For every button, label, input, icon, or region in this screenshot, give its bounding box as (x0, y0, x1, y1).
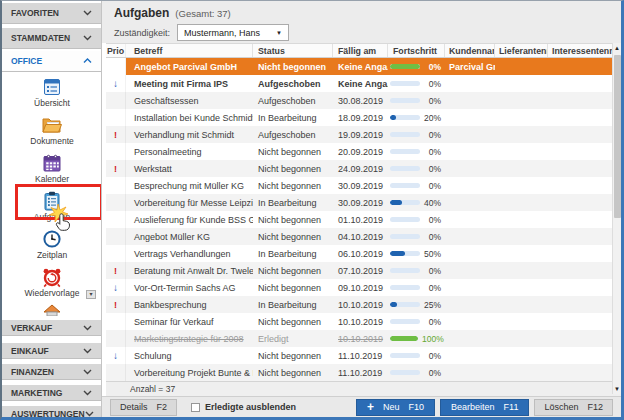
button-shortcut: F12 (587, 402, 603, 412)
task-row[interactable]: Marketingstrategie für 2008Erledigt10.10… (106, 330, 621, 347)
sidebar-item-kalender[interactable]: Kalender (2, 153, 102, 184)
task-row[interactable]: !Angebot Parcival GmbHNicht begonnenKein… (106, 58, 621, 75)
task-status: Nicht begonnen (253, 211, 333, 228)
task-status: Nicht begonnen (253, 364, 333, 381)
task-customer (445, 228, 495, 245)
sidebar-section-auswertungen[interactable]: AUSWERTUNGEN (2, 406, 101, 417)
delete-button[interactable]: Löschen F12 (534, 399, 613, 416)
sidebar-item-label: Dokumente (30, 136, 73, 146)
task-row[interactable]: !Verhandlung mit SchmidtAufgeschoben19.0… (106, 126, 621, 143)
task-row[interactable]: Auslieferung für Kunde BSS GmbHNicht beg… (106, 211, 621, 228)
task-row[interactable]: ↓Meeting mit Firma IPSAufgeschobenKeine … (106, 75, 621, 92)
section-label: FAVORITEN (11, 8, 59, 18)
sidebar-item-label: Aufgaben (34, 212, 70, 222)
task-row[interactable]: !BankbesprechungIn Bearbeitung10.10.2019… (106, 296, 621, 313)
app-window: FAVORITEN STAMMDATEN OFFICE Übersicht Do… (0, 0, 624, 420)
task-row[interactable]: Vorbereitung für Messe LeipzigIn Bearbei… (106, 194, 621, 211)
task-row[interactable]: GeschäftsessenAufgeschoben30.08.20190% (106, 92, 621, 109)
sidebar-section-marketing[interactable]: MARKETING (2, 385, 101, 401)
scroll-up-icon[interactable]: ▲ (614, 43, 620, 53)
task-prospect (548, 194, 612, 211)
task-prospect (548, 177, 612, 194)
task-progress: 0% (388, 211, 445, 228)
progress-percent: 0% (424, 79, 441, 89)
details-button[interactable]: Details F2 (110, 399, 177, 416)
button-shortcut: F10 (409, 402, 425, 412)
sidebar-item-uebersicht[interactable]: Übersicht (2, 77, 102, 108)
task-row[interactable]: Installation bei Kunde SchmidtIn Bearbei… (106, 109, 621, 126)
task-progress: 0% (388, 228, 445, 245)
column-header-f-llig-am[interactable]: Fällig am (333, 44, 388, 57)
sidebar-section-stammdaten[interactable]: STAMMDATEN (2, 28, 101, 49)
progress-percent: 0% (424, 181, 441, 191)
sidebar-section-einkauf[interactable]: EINKAUF (2, 343, 101, 359)
calendar-icon (42, 153, 62, 173)
checkbox-icon[interactable] (191, 403, 200, 412)
responsibility-value: Mustermann, Hans (184, 28, 260, 38)
scroll-down-icon[interactable]: ▼ (614, 384, 620, 394)
task-prospect (548, 364, 612, 381)
sidebar-section-office[interactable]: OFFICE (2, 51, 101, 72)
task-row[interactable]: PersonalmeetingNicht begonnen20.09.20190… (106, 143, 621, 160)
priority-low-icon: ↓ (106, 75, 126, 92)
task-supplier (495, 143, 548, 160)
sidebar-item-aufgaben[interactable]: Aufgaben (2, 191, 102, 222)
task-row[interactable]: ↓Vor-Ort-Termin Sachs AGNicht begonnen09… (106, 279, 621, 296)
progress-percent: 0% (424, 215, 441, 225)
task-due-date: 11.10.2019 (333, 364, 388, 381)
task-due-date: 30.09.2019 (333, 177, 388, 194)
column-header-interessentenname[interactable]: Interessentenname (548, 44, 612, 57)
task-row[interactable]: Vorbereitung Projekt Bunte & PartnerNich… (106, 364, 621, 381)
task-progress: 0% (388, 58, 445, 75)
task-status: Nicht begonnen (253, 143, 333, 160)
task-supplier (495, 228, 548, 245)
task-row[interactable]: !WerkstattNicht begonnen24.09.20190% (106, 160, 621, 177)
task-row[interactable]: Seminar für VerkaufNicht begonnen10.10.2… (106, 313, 621, 330)
hide-completed-checkbox[interactable]: Erledigte ausblenden (191, 402, 296, 412)
task-prospect (548, 330, 612, 347)
scrollbar-thumb[interactable] (614, 55, 621, 218)
progress-bar (390, 115, 420, 120)
task-row[interactable]: !Beratung mit Anwalt Dr. TweleNicht bego… (106, 262, 621, 279)
progress-bar (390, 336, 418, 341)
progress-percent: 40% (424, 198, 441, 208)
task-supplier (495, 313, 548, 330)
office-panel: Übersicht Dokumente Kalender Aufgaben (2, 72, 101, 318)
progress-percent: 50% (424, 249, 441, 259)
sidebar-section-favoriten[interactable]: FAVORITEN (2, 3, 101, 24)
task-row[interactable]: Angebot Müller KGNicht begonnen04.10.201… (106, 228, 621, 245)
sidebar-item-dokumente[interactable]: Dokumente (2, 115, 102, 146)
task-table-header: PrioBetreffStatusFällig amFortschrittKun… (106, 43, 621, 58)
sidebar-section-verkauf[interactable]: VERKAUF (2, 320, 101, 336)
task-row[interactable]: Besprechung mit Müller KGNicht begonnen3… (106, 177, 621, 194)
task-subject: Bankbesprechung (126, 296, 253, 313)
new-button[interactable]: + Neu F10 (356, 399, 435, 416)
column-header-status[interactable]: Status (253, 44, 333, 57)
responsibility-dropdown[interactable]: Mustermann, Hans ▼ (177, 24, 289, 41)
edit-button[interactable]: Bearbeiten F11 (440, 399, 529, 416)
sidebar-overflow-button[interactable]: ▾ (86, 290, 96, 299)
task-status: Nicht begonnen (253, 177, 333, 194)
partial-next-item-icon (2, 303, 102, 316)
task-row[interactable]: ↓SchulungNicht begonnen11.10.20190% (106, 347, 621, 364)
sidebar-section-finanzen[interactable]: FINANZEN (2, 364, 101, 380)
task-table-body: !Angebot Parcival GmbHNicht begonnenKein… (106, 58, 621, 381)
vertical-scrollbar[interactable]: ▲ ▼ (612, 43, 621, 394)
priority-high-icon: ! (106, 126, 126, 143)
column-header-fortschritt[interactable]: Fortschritt (388, 44, 445, 57)
task-subject: Vorbereitung Projekt Bunte & Partner (126, 364, 253, 381)
button-shortcut: F2 (157, 402, 168, 412)
task-row[interactable]: Vertrags VerhandlungenIn Bearbeitung06.1… (106, 245, 621, 262)
column-header-betreff[interactable]: Betreff (126, 44, 253, 57)
sidebar-item-label: Wiedervorlage (25, 288, 80, 298)
dropdown-arrow-icon: ▼ (276, 30, 282, 36)
sidebar-item-zeitplan[interactable]: Zeitplan (2, 229, 102, 260)
progress-bar (390, 285, 420, 290)
column-header-prio[interactable]: Prio (106, 44, 126, 57)
column-header-lieferantenname[interactable]: Lieferantenname (495, 44, 548, 57)
progress-bar (390, 166, 420, 171)
section-label: STAMMDATEN (11, 33, 70, 43)
section-label: EINKAUF (11, 346, 49, 356)
task-supplier (495, 211, 548, 228)
column-header-kundenname[interactable]: Kundenname (445, 44, 495, 57)
